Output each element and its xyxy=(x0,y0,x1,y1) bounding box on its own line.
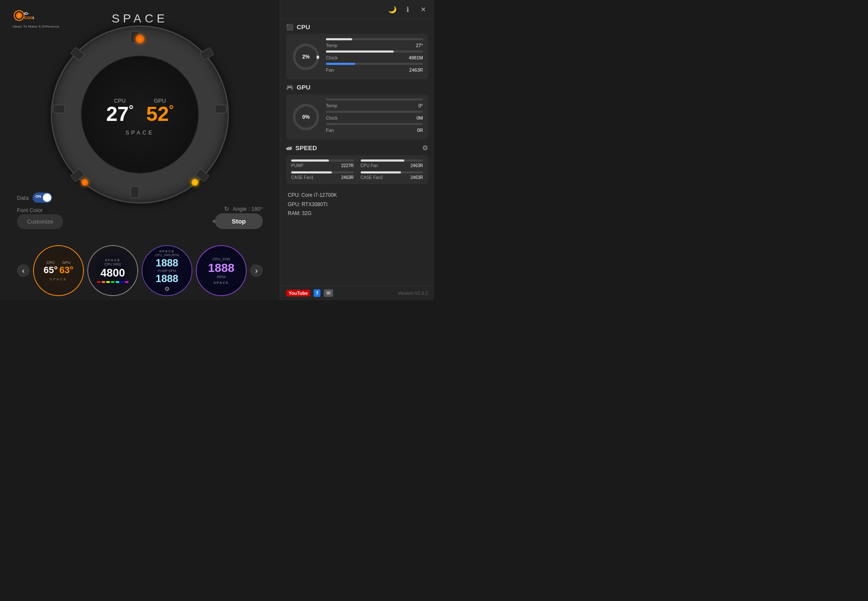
cpu-info: CPU: Core i7-12700K xyxy=(288,191,426,200)
speed-icon: 🏎 xyxy=(286,145,292,151)
thumb-4[interactable]: CPU_FAN 1888 RPM SPACE xyxy=(196,245,247,296)
facebook-icon: f xyxy=(314,289,320,297)
gauge-container: CPU 27° GPU 52° SPACE xyxy=(51,25,229,204)
toggle-knob xyxy=(43,193,51,202)
speed-row-2: CASE Fan1 2463R CASE Fan2 2463R xyxy=(291,171,423,180)
thumbnail-carousel: ‹ CPUGPU 65° 63° SPACE SPACE CPU MHz 480… xyxy=(0,245,280,296)
cpu-usage-label: 2% xyxy=(302,54,309,60)
speed-section: 🏎 SPEED ⚙ PUMP 2227R xyxy=(286,144,428,184)
close-button[interactable]: ✕ xyxy=(416,3,430,16)
speed-row-1: PUMP 2227R CPU Fan 2463R xyxy=(291,159,423,168)
cpu-section-title: ⬛ CPU xyxy=(286,23,428,31)
thumb-2-inner: SPACE CPU MHz 4800 xyxy=(87,245,138,296)
cpu-icon: ⬛ xyxy=(286,24,293,31)
customize-button[interactable]: Customize xyxy=(17,214,63,229)
cpu-bars: Temp 27° Clock 4881M Fan 2 xyxy=(326,38,423,75)
speed-settings-button[interactable]: ⚙ xyxy=(422,144,428,152)
font-color-row: Font Color xyxy=(17,207,43,213)
email-icon: ✉ xyxy=(324,289,333,297)
data-label: Data xyxy=(17,195,28,201)
speed-grid: PUMP 2227R CPU Fan 2463R xyxy=(286,155,428,184)
speed-pump: PUMP 2227R xyxy=(291,159,354,168)
cpu-temp-block: CPU 27° xyxy=(106,98,134,124)
cpu-section: ⬛ CPU 2% Temp xyxy=(286,23,428,79)
cpu-metric-card: 2% Temp 27° Clock 4881 xyxy=(286,34,428,79)
gpu-temp-row: Temp 0° xyxy=(326,103,423,108)
gpu-info: GPU: RTX3080TI xyxy=(288,200,426,210)
angle-label: Angle : 180° xyxy=(233,206,263,212)
cpu-fan-bar-track xyxy=(326,63,423,65)
gpu-usage-label: 0% xyxy=(302,114,309,120)
gpu-temp-block: GPU 52° xyxy=(146,98,174,124)
data-toggle[interactable]: ON xyxy=(33,193,52,203)
gpu-icon: 🎮 xyxy=(286,84,293,91)
gpu-section-title: 🎮 GPU xyxy=(286,84,428,91)
case-fan2-bar xyxy=(361,171,401,173)
cpu-temp-bar xyxy=(326,38,352,40)
info-button[interactable]: ℹ xyxy=(401,3,415,16)
svg-text:COO: COO xyxy=(24,16,33,20)
thumb-2[interactable]: SPACE CPU MHz 4800 xyxy=(87,245,138,296)
cpu-clock-row: Clock 4881M xyxy=(326,55,423,60)
youtube-label: YouTube xyxy=(286,290,310,296)
thumb-3[interactable]: SPACE CPU_FAN RPM 1888 PUMP RPM 1888 ⚙ xyxy=(142,245,192,296)
speed-case-fan1: CASE Fan1 2463R xyxy=(291,171,354,180)
email-button[interactable]: ✉ xyxy=(324,289,333,297)
speed-section-title: 🏎 SPEED xyxy=(286,144,317,151)
gpu-temp-value: 52° xyxy=(146,104,174,124)
gpu-metric-card: 0% Temp 0° Clock 0M xyxy=(286,94,428,140)
cpu-donut: 2% xyxy=(291,42,321,72)
cpu-temp-bar-track xyxy=(326,38,423,40)
stop-button[interactable]: Stop xyxy=(215,213,263,229)
left-panel: ID- COO LING Ideas To Make A Difference … xyxy=(0,0,280,300)
app-title: SPACE xyxy=(112,12,168,25)
temp-row: CPU 27° GPU 52° xyxy=(106,98,173,124)
font-color-label: Font Color xyxy=(17,207,43,213)
svg-text:LING: LING xyxy=(33,16,34,20)
carousel-next[interactable]: › xyxy=(250,264,263,277)
toggle-on-text: ON xyxy=(35,194,41,198)
system-info: CPU: Core i7-12700K GPU: RTX3080TI RAM: … xyxy=(286,188,428,221)
gpu-section: 🎮 GPU 0% Temp 0° xyxy=(286,84,428,140)
gpu-donut: 0% xyxy=(291,102,321,132)
gauge-brand: SPACE xyxy=(125,129,154,136)
cpu-fan-row: Fan 2463R xyxy=(326,67,423,73)
rotate-icon: ↻ xyxy=(224,205,229,212)
cpu-clock-bar xyxy=(326,50,394,53)
moon-button[interactable]: 🌙 xyxy=(386,3,399,16)
gear-notch xyxy=(131,186,139,198)
gpu-fan-row: Fan 0R xyxy=(326,128,423,133)
speed-cpu-fan: CPU Fan 2463R xyxy=(361,159,423,168)
thumb-1[interactable]: CPUGPU 65° 63° SPACE xyxy=(33,245,84,296)
svg-text:ID-: ID- xyxy=(24,11,29,16)
speed-case-fan2: CASE Fan2 2463R xyxy=(361,171,423,180)
cpu-clock-bar-track xyxy=(326,50,423,53)
inner-circle: CPU 27° GPU 52° SPACE xyxy=(81,55,199,174)
ram-info: RAM: 32G xyxy=(288,209,426,218)
cpu-fan-speed-bar xyxy=(361,159,404,162)
gpu-clock-row: Clock 0M xyxy=(326,115,423,120)
window-controls: 🌙 ℹ ✕ xyxy=(280,0,434,19)
gpu-bars: Temp 0° Clock 0M Fan 0R xyxy=(326,98,423,135)
svg-point-2 xyxy=(17,14,21,17)
angle-row: ↻ Angle : 180° xyxy=(224,205,263,212)
cpu-temp-row: Temp 27° xyxy=(326,43,423,48)
gear-notch xyxy=(215,105,227,113)
carousel-prev[interactable]: ‹ xyxy=(17,264,30,277)
cpu-fan-bar xyxy=(326,63,355,65)
gear-notch xyxy=(53,105,65,113)
pump-bar xyxy=(291,159,329,162)
speed-header: 🏎 SPEED ⚙ xyxy=(286,144,428,152)
data-toggle-row: Data ON xyxy=(17,193,52,203)
right-footer: YouTube f ✉ Version:V1.0.1 xyxy=(280,285,434,300)
social-icons: YouTube f ✉ xyxy=(286,289,333,297)
orange-dot-top xyxy=(136,35,144,43)
cpu-temp-value: 27° xyxy=(106,104,134,124)
version-text: Version:V1.0.1 xyxy=(398,291,428,296)
case-fan1-bar xyxy=(291,171,332,173)
youtube-button[interactable]: YouTube xyxy=(286,290,310,296)
right-panel: 🌙 ℹ ✕ ⬛ CPU 2% xyxy=(280,0,434,300)
right-content: ⬛ CPU 2% Temp xyxy=(280,19,434,285)
facebook-button[interactable]: f xyxy=(314,289,320,297)
